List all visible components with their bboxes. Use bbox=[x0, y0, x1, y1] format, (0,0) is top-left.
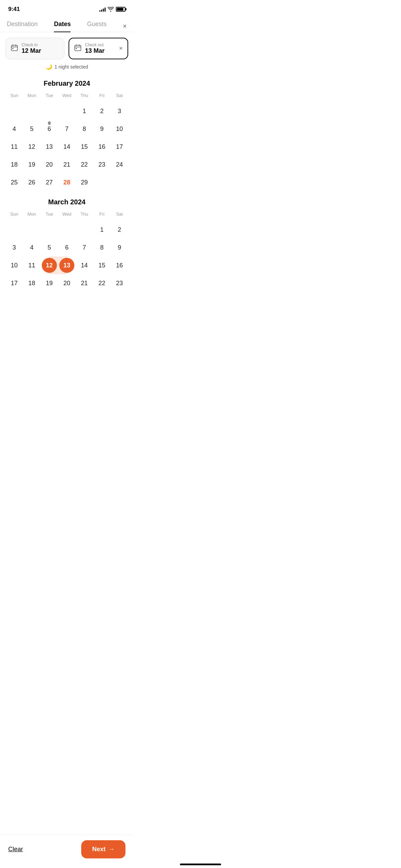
signal-icon bbox=[99, 7, 106, 12]
mar-day-8[interactable]: 8 bbox=[93, 239, 111, 256]
february-month-title: February 2024 bbox=[5, 73, 128, 92]
february-grid: 1 2 3 4 5 6 7 8 9 10 11 12 13 14 15 16 1… bbox=[5, 102, 128, 191]
mar-day-7[interactable]: 7 bbox=[76, 239, 93, 256]
mar-day-6[interactable]: 6 bbox=[58, 239, 75, 256]
mar-day-22[interactable]: 22 bbox=[93, 274, 111, 292]
feb-day-17[interactable]: 17 bbox=[111, 138, 128, 156]
february-day-headers: Sun Mon Tue Wed Thu Fri Sat bbox=[5, 92, 128, 99]
close-button[interactable]: × bbox=[123, 22, 127, 30]
check-out-label: Check out bbox=[85, 43, 116, 47]
mar-day-19[interactable]: 19 bbox=[40, 274, 58, 292]
mar-day-16[interactable]: 16 bbox=[111, 256, 128, 274]
feb-day-2[interactable]: 2 bbox=[93, 102, 111, 120]
mar-empty-2 bbox=[23, 221, 40, 239]
mar-day-21[interactable]: 21 bbox=[76, 274, 93, 292]
nights-text: 1 night selected bbox=[54, 64, 88, 70]
feb-day-4[interactable]: 4 bbox=[5, 120, 23, 138]
status-time: 9:41 bbox=[8, 6, 20, 13]
mar-day-18[interactable]: 18 bbox=[23, 274, 40, 292]
feb-day-23[interactable]: 23 bbox=[93, 156, 111, 173]
status-bar: 9:41 bbox=[0, 0, 134, 16]
mar-day-9[interactable]: 9 bbox=[111, 239, 128, 256]
feb-day-6[interactable]: 6 bbox=[40, 120, 58, 138]
mon-header: Mon bbox=[23, 210, 40, 218]
check-in-value: 12 Mar bbox=[22, 47, 59, 55]
feb-day-1[interactable]: 1 bbox=[76, 102, 93, 120]
mar-day-11[interactable]: 11 bbox=[23, 256, 40, 274]
feb-day-19[interactable]: 19 bbox=[23, 156, 40, 173]
feb-day-12[interactable]: 12 bbox=[23, 138, 40, 156]
check-out-content: Check out 13 Mar bbox=[85, 43, 116, 55]
check-in-calendar-icon bbox=[11, 44, 18, 53]
feb-day-9[interactable]: 9 bbox=[93, 120, 111, 138]
feb-empty-5 bbox=[93, 173, 111, 191]
check-in-label: Check in bbox=[22, 43, 59, 47]
date-selectors: Check in 12 Mar Check out 13 Mar × bbox=[0, 32, 134, 59]
svg-rect-3 bbox=[76, 48, 77, 49]
march-grid: 1 2 3 4 5 6 7 8 9 10 11 12 13 14 15 16 1… bbox=[5, 221, 128, 292]
mar-day-13[interactable]: 13 bbox=[58, 256, 75, 274]
svg-rect-1 bbox=[12, 48, 13, 49]
feb-day-18[interactable]: 18 bbox=[5, 156, 23, 173]
feb-day-8[interactable]: 8 bbox=[76, 120, 93, 138]
feb-day-21[interactable]: 21 bbox=[58, 156, 75, 173]
feb-day-13[interactable]: 13 bbox=[40, 138, 58, 156]
check-out-clear-button[interactable]: × bbox=[119, 45, 123, 52]
mar-day-5[interactable]: 5 bbox=[40, 239, 58, 256]
feb-empty-6 bbox=[111, 173, 128, 191]
feb-day-11[interactable]: 11 bbox=[5, 138, 23, 156]
march-day-headers: Sun Mon Tue Wed Thu Fri Sat bbox=[5, 210, 128, 218]
check-out-calendar-icon bbox=[74, 44, 82, 53]
feb-empty-4 bbox=[58, 102, 75, 120]
navigation-tabs: Destination Dates Guests × bbox=[0, 16, 134, 32]
mar-day-17[interactable]: 17 bbox=[5, 274, 23, 292]
feb-day-14[interactable]: 14 bbox=[58, 138, 75, 156]
battery-icon bbox=[116, 7, 125, 12]
nights-selected: 🌙 1 night selected bbox=[0, 59, 134, 73]
feb-day-25[interactable]: 25 bbox=[5, 173, 23, 191]
check-out-value: 13 Mar bbox=[85, 47, 116, 55]
mar-day-14[interactable]: 14 bbox=[76, 256, 93, 274]
mar-day-3[interactable]: 3 bbox=[5, 239, 23, 256]
tab-dates[interactable]: Dates bbox=[54, 21, 71, 32]
february-calendar: February 2024 Sun Mon Tue Wed Thu Fri Sa… bbox=[0, 73, 134, 191]
mar-day-12[interactable]: 12 bbox=[40, 256, 58, 274]
feb-day-3[interactable]: 3 bbox=[111, 102, 128, 120]
check-in-selector[interactable]: Check in 12 Mar bbox=[5, 38, 64, 59]
feb-day-28[interactable]: 28 bbox=[58, 173, 75, 191]
tab-guests[interactable]: Guests bbox=[87, 21, 107, 32]
check-in-content: Check in 12 Mar bbox=[22, 43, 59, 55]
mar-empty-5 bbox=[76, 221, 93, 239]
feb-empty-1 bbox=[5, 102, 23, 120]
feb-day-5[interactable]: 5 bbox=[23, 120, 40, 138]
mar-day-1[interactable]: 1 bbox=[93, 221, 111, 239]
feb-day-16[interactable]: 16 bbox=[93, 138, 111, 156]
feb-day-20[interactable]: 20 bbox=[40, 156, 58, 173]
feb-day-10[interactable]: 10 bbox=[111, 120, 128, 138]
feb-day-26[interactable]: 26 bbox=[23, 173, 40, 191]
mar-day-4[interactable]: 4 bbox=[23, 239, 40, 256]
mar-day-23[interactable]: 23 bbox=[111, 274, 128, 292]
feb-day-29[interactable]: 29 bbox=[76, 173, 93, 191]
mar-day-2[interactable]: 2 bbox=[111, 221, 128, 239]
mar-day-20[interactable]: 20 bbox=[58, 274, 75, 292]
mar-empty-1 bbox=[5, 221, 23, 239]
moon-icon: 🌙 bbox=[46, 63, 52, 70]
check-out-selector[interactable]: Check out 13 Mar × bbox=[69, 38, 128, 59]
feb-day-22[interactable]: 22 bbox=[76, 156, 93, 173]
svg-rect-0 bbox=[11, 45, 17, 51]
wifi-icon bbox=[108, 7, 114, 12]
tab-destination[interactable]: Destination bbox=[7, 21, 38, 32]
mar-day-10[interactable]: 10 bbox=[5, 256, 23, 274]
status-icons bbox=[99, 7, 125, 12]
march-calendar: March 2024 Sun Mon Tue Wed Thu Fri Sat 1… bbox=[0, 191, 134, 292]
mar-empty-3 bbox=[40, 221, 58, 239]
feb-empty-2 bbox=[23, 102, 40, 120]
feb-day-15[interactable]: 15 bbox=[76, 138, 93, 156]
feb-day-24[interactable]: 24 bbox=[111, 156, 128, 173]
mar-day-15[interactable]: 15 bbox=[93, 256, 111, 274]
svg-rect-2 bbox=[75, 45, 81, 51]
feb-day-7[interactable]: 7 bbox=[58, 120, 75, 138]
feb-day-27[interactable]: 27 bbox=[40, 173, 58, 191]
mar-empty-4 bbox=[58, 221, 75, 239]
